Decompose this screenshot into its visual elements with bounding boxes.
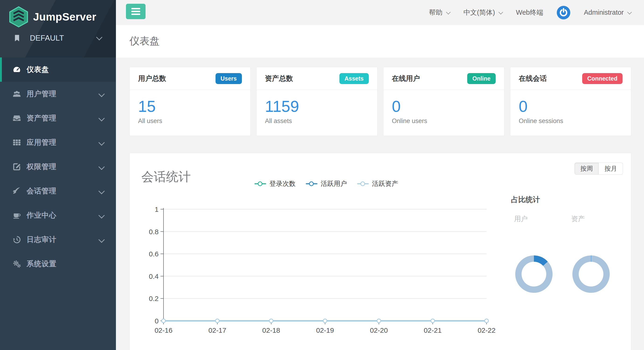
card-value[interactable]: 1159: [265, 98, 369, 114]
sidebar-item-settings[interactable]: 系统设置: [0, 252, 116, 276]
language-menu[interactable]: 中文(简体): [464, 8, 502, 17]
sidebar: JumpServer DEFAULT 仪表盘 用户管理 资产管理: [0, 0, 116, 350]
org-label: DEFAULT: [30, 34, 64, 43]
chevron-down-icon: [98, 91, 105, 97]
chevron-down-icon: [627, 10, 632, 15]
by-week-button[interactable]: 按周: [574, 163, 599, 175]
sidebar-nav: 仪表盘 用户管理 资产管理 应用管理 权限管理: [0, 58, 116, 276]
chevron-down-icon: [98, 139, 105, 146]
sidebar-item-assets[interactable]: 资产管理: [0, 106, 116, 130]
help-menu[interactable]: 帮助: [429, 8, 450, 17]
brand[interactable]: JumpServer: [0, 0, 116, 28]
users-icon: [12, 89, 22, 99]
brand-name: JumpServer: [33, 11, 96, 23]
chevron-down-icon: [446, 10, 451, 15]
session-line-chart: 1 0.8 0.6 0.4 0.2 0 02-16 02-17 02-18 02…: [130, 196, 503, 346]
chevron-down-icon: [98, 236, 105, 243]
user-menu[interactable]: Administrator: [584, 9, 631, 16]
session-stats-panel: 会话统计 登录次数 活跃用户 活跃资产 按周 按月: [130, 153, 631, 350]
jumpserver-dashboard: JumpServer DEFAULT 仪表盘 用户管理 资产管理: [0, 0, 644, 350]
navbar-right: 帮助 中文(简体) Web终端 Administrator: [429, 0, 631, 25]
by-month-button[interactable]: 按月: [599, 163, 623, 175]
ratio-user-label: 用户: [514, 214, 528, 224]
chevron-down-icon: [498, 10, 503, 15]
menu-toggle-button[interactable]: [126, 4, 146, 19]
card-total-users: 用户总数Users 15All users: [130, 67, 250, 136]
page-title: 仪表盘: [116, 25, 644, 48]
status-badge: Connected: [582, 73, 622, 84]
y-axis-ticks: [160, 209, 164, 321]
card-value[interactable]: 0: [519, 98, 622, 114]
chevron-down-icon: [96, 34, 102, 40]
sidebar-item-permissions[interactable]: 权限管理: [0, 155, 116, 179]
card-value[interactable]: 15: [138, 98, 242, 114]
chevron-down-icon: [98, 188, 105, 194]
legend-marker-icon: [306, 181, 318, 186]
gears-icon: [12, 259, 22, 268]
status-badge: Assets: [340, 73, 369, 84]
jumpserver-logo-icon: [9, 6, 28, 28]
legend-marker-icon: [254, 181, 266, 186]
svg-text:0.2: 0.2: [149, 295, 158, 302]
web-terminal-link[interactable]: Web终端: [516, 8, 543, 17]
power-icon: [559, 8, 568, 17]
svg-text:0.8: 0.8: [149, 228, 158, 236]
chevron-down-icon: [98, 212, 105, 219]
y-axis-labels: 1 0.8 0.6 0.4 0.2 0: [149, 205, 158, 325]
card-online-users: 在线用户Online 0Online users: [383, 67, 504, 136]
page-heading: 仪表盘: [116, 25, 644, 58]
summary-cards: 用户总数Users 15All users 资产总数Assets 1159All…: [130, 67, 631, 136]
status-badge: Online: [467, 73, 496, 84]
sidebar-item-job-center[interactable]: 作业中心: [0, 203, 116, 227]
svg-text:0: 0: [155, 317, 158, 325]
status-badge: Users: [216, 73, 242, 84]
sidebar-item-applications[interactable]: 应用管理: [0, 130, 116, 155]
sidebar-header: JumpServer DEFAULT: [0, 0, 116, 58]
x-axis-labels: 02-16 02-17 02-18 02-19 02-20 02-21 02-2…: [155, 326, 496, 334]
panel-title: 会话统计: [141, 169, 191, 185]
legend-login-count[interactable]: 登录次数: [254, 179, 296, 188]
gauge-icon: [12, 65, 22, 74]
legend-marker-icon: [357, 181, 369, 186]
svg-text:02-21: 02-21: [424, 326, 442, 334]
asset-ratio-donut-chart: [572, 255, 610, 293]
org-selector[interactable]: DEFAULT: [0, 34, 116, 43]
gridlines: [164, 209, 486, 298]
rocket-icon: [12, 186, 22, 196]
svg-text:02-16: 02-16: [155, 326, 172, 334]
coffee-icon: [12, 211, 22, 220]
legend-active-assets[interactable]: 活跃资产: [357, 179, 398, 188]
svg-text:02-17: 02-17: [208, 326, 226, 334]
history-icon: [12, 235, 22, 244]
chart-legend: 登录次数 活跃用户 活跃资产: [254, 179, 398, 188]
grid-icon: [12, 138, 22, 147]
chart-series: [162, 319, 488, 324]
svg-text:02-22: 02-22: [478, 326, 496, 334]
legend-active-users[interactable]: 活跃用户: [306, 179, 347, 188]
bookmark-icon: [13, 34, 21, 42]
sidebar-item-audit[interactable]: 日志审计: [0, 227, 116, 252]
top-navbar: 帮助 中文(简体) Web终端 Administrator: [116, 0, 644, 25]
edit-icon: [12, 162, 22, 171]
svg-text:0.4: 0.4: [149, 272, 158, 280]
svg-text:0.6: 0.6: [149, 250, 158, 258]
avatar[interactable]: [557, 6, 570, 19]
card-online-sessions: 在线会话Connected 0Online sessions: [510, 67, 631, 136]
sidebar-item-dashboard[interactable]: 仪表盘: [0, 58, 116, 82]
svg-text:02-18: 02-18: [262, 326, 280, 334]
svg-text:02-20: 02-20: [370, 326, 388, 334]
user-ratio-donut-chart: [515, 255, 552, 293]
range-toggle: 按周 按月: [574, 163, 623, 175]
card-total-assets: 资产总数Assets 1159All assets: [256, 67, 378, 136]
chevron-down-icon: [98, 115, 105, 121]
sidebar-item-users[interactable]: 用户管理: [0, 82, 116, 106]
svg-text:1: 1: [155, 205, 158, 213]
ratio-panel-title: 占比统计: [511, 195, 540, 205]
svg-text:02-19: 02-19: [316, 326, 334, 334]
sidebar-item-sessions[interactable]: 会话管理: [0, 179, 116, 203]
chevron-down-icon: [98, 164, 105, 170]
inbox-icon: [12, 114, 22, 123]
ratio-asset-label: 资产: [571, 214, 585, 224]
card-value[interactable]: 0: [392, 98, 496, 114]
